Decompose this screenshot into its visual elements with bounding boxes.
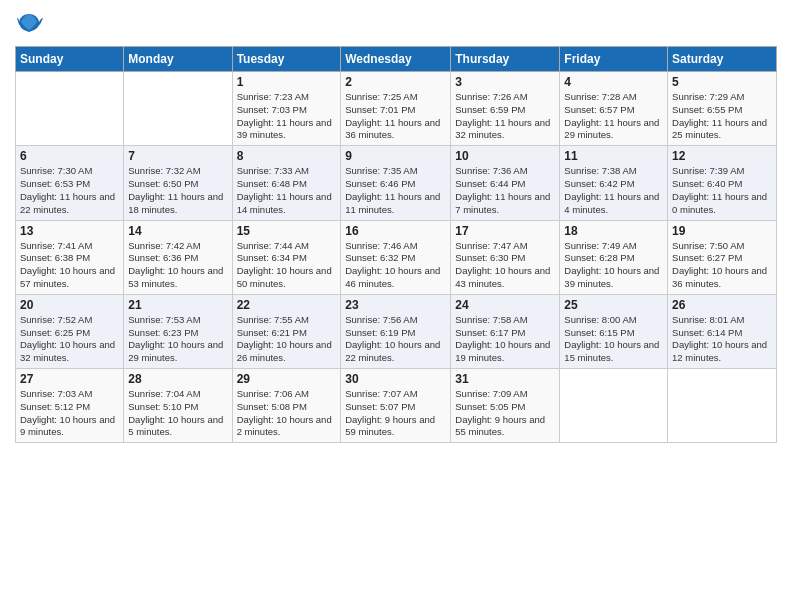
calendar-cell: 1Sunrise: 7:23 AM Sunset: 7:03 PM Daylig…: [232, 72, 341, 146]
day-number: 1: [237, 75, 337, 89]
calendar-cell: [16, 72, 124, 146]
calendar-cell: 20Sunrise: 7:52 AM Sunset: 6:25 PM Dayli…: [16, 294, 124, 368]
weekday-header: Friday: [560, 47, 668, 72]
calendar-cell: [560, 369, 668, 443]
day-detail: Sunrise: 7:44 AM Sunset: 6:34 PM Dayligh…: [237, 240, 337, 291]
calendar-cell: [668, 369, 777, 443]
day-detail: Sunrise: 7:52 AM Sunset: 6:25 PM Dayligh…: [20, 314, 119, 365]
calendar-body: 1Sunrise: 7:23 AM Sunset: 7:03 PM Daylig…: [16, 72, 777, 443]
day-detail: Sunrise: 7:47 AM Sunset: 6:30 PM Dayligh…: [455, 240, 555, 291]
day-number: 11: [564, 149, 663, 163]
calendar-cell: 23Sunrise: 7:56 AM Sunset: 6:19 PM Dayli…: [341, 294, 451, 368]
day-number: 14: [128, 224, 227, 238]
day-number: 12: [672, 149, 772, 163]
page: SundayMondayTuesdayWednesdayThursdayFrid…: [0, 0, 792, 612]
calendar-cell: 26Sunrise: 8:01 AM Sunset: 6:14 PM Dayli…: [668, 294, 777, 368]
calendar-cell: 27Sunrise: 7:03 AM Sunset: 5:12 PM Dayli…: [16, 369, 124, 443]
weekday-header: Saturday: [668, 47, 777, 72]
day-number: 18: [564, 224, 663, 238]
day-detail: Sunrise: 7:49 AM Sunset: 6:28 PM Dayligh…: [564, 240, 663, 291]
day-detail: Sunrise: 7:32 AM Sunset: 6:50 PM Dayligh…: [128, 165, 227, 216]
day-detail: Sunrise: 7:53 AM Sunset: 6:23 PM Dayligh…: [128, 314, 227, 365]
calendar-cell: 4Sunrise: 7:28 AM Sunset: 6:57 PM Daylig…: [560, 72, 668, 146]
calendar-cell: 22Sunrise: 7:55 AM Sunset: 6:21 PM Dayli…: [232, 294, 341, 368]
calendar-cell: 8Sunrise: 7:33 AM Sunset: 6:48 PM Daylig…: [232, 146, 341, 220]
calendar-cell: 25Sunrise: 8:00 AM Sunset: 6:15 PM Dayli…: [560, 294, 668, 368]
calendar-cell: 2Sunrise: 7:25 AM Sunset: 7:01 PM Daylig…: [341, 72, 451, 146]
logo: [15, 10, 45, 38]
day-detail: Sunrise: 7:42 AM Sunset: 6:36 PM Dayligh…: [128, 240, 227, 291]
calendar-header: SundayMondayTuesdayWednesdayThursdayFrid…: [16, 47, 777, 72]
day-number: 2: [345, 75, 446, 89]
day-detail: Sunrise: 7:41 AM Sunset: 6:38 PM Dayligh…: [20, 240, 119, 291]
calendar-week-row: 6Sunrise: 7:30 AM Sunset: 6:53 PM Daylig…: [16, 146, 777, 220]
day-number: 17: [455, 224, 555, 238]
day-detail: Sunrise: 7:38 AM Sunset: 6:42 PM Dayligh…: [564, 165, 663, 216]
day-detail: Sunrise: 7:26 AM Sunset: 6:59 PM Dayligh…: [455, 91, 555, 142]
day-number: 20: [20, 298, 119, 312]
day-detail: Sunrise: 7:33 AM Sunset: 6:48 PM Dayligh…: [237, 165, 337, 216]
day-detail: Sunrise: 7:35 AM Sunset: 6:46 PM Dayligh…: [345, 165, 446, 216]
day-detail: Sunrise: 7:06 AM Sunset: 5:08 PM Dayligh…: [237, 388, 337, 439]
day-detail: Sunrise: 8:00 AM Sunset: 6:15 PM Dayligh…: [564, 314, 663, 365]
weekday-header: Thursday: [451, 47, 560, 72]
day-detail: Sunrise: 7:25 AM Sunset: 7:01 PM Dayligh…: [345, 91, 446, 142]
day-number: 9: [345, 149, 446, 163]
day-number: 22: [237, 298, 337, 312]
day-number: 3: [455, 75, 555, 89]
calendar-week-row: 13Sunrise: 7:41 AM Sunset: 6:38 PM Dayli…: [16, 220, 777, 294]
calendar-week-row: 1Sunrise: 7:23 AM Sunset: 7:03 PM Daylig…: [16, 72, 777, 146]
day-number: 19: [672, 224, 772, 238]
day-number: 23: [345, 298, 446, 312]
calendar-table: SundayMondayTuesdayWednesdayThursdayFrid…: [15, 46, 777, 443]
day-number: 7: [128, 149, 227, 163]
calendar-week-row: 27Sunrise: 7:03 AM Sunset: 5:12 PM Dayli…: [16, 369, 777, 443]
day-detail: Sunrise: 7:29 AM Sunset: 6:55 PM Dayligh…: [672, 91, 772, 142]
day-number: 21: [128, 298, 227, 312]
day-number: 6: [20, 149, 119, 163]
weekday-row: SundayMondayTuesdayWednesdayThursdayFrid…: [16, 47, 777, 72]
calendar-cell: 3Sunrise: 7:26 AM Sunset: 6:59 PM Daylig…: [451, 72, 560, 146]
day-number: 15: [237, 224, 337, 238]
day-number: 13: [20, 224, 119, 238]
calendar-cell: 19Sunrise: 7:50 AM Sunset: 6:27 PM Dayli…: [668, 220, 777, 294]
day-detail: Sunrise: 7:04 AM Sunset: 5:10 PM Dayligh…: [128, 388, 227, 439]
day-number: 27: [20, 372, 119, 386]
calendar-cell: 13Sunrise: 7:41 AM Sunset: 6:38 PM Dayli…: [16, 220, 124, 294]
weekday-header: Monday: [124, 47, 232, 72]
day-number: 28: [128, 372, 227, 386]
calendar-cell: 21Sunrise: 7:53 AM Sunset: 6:23 PM Dayli…: [124, 294, 232, 368]
day-number: 10: [455, 149, 555, 163]
day-number: 29: [237, 372, 337, 386]
day-detail: Sunrise: 7:09 AM Sunset: 5:05 PM Dayligh…: [455, 388, 555, 439]
calendar-cell: [124, 72, 232, 146]
day-detail: Sunrise: 8:01 AM Sunset: 6:14 PM Dayligh…: [672, 314, 772, 365]
calendar-cell: 29Sunrise: 7:06 AM Sunset: 5:08 PM Dayli…: [232, 369, 341, 443]
day-detail: Sunrise: 7:58 AM Sunset: 6:17 PM Dayligh…: [455, 314, 555, 365]
day-number: 16: [345, 224, 446, 238]
logo-icon: [15, 10, 43, 38]
weekday-header: Tuesday: [232, 47, 341, 72]
day-number: 24: [455, 298, 555, 312]
calendar-cell: 18Sunrise: 7:49 AM Sunset: 6:28 PM Dayli…: [560, 220, 668, 294]
day-detail: Sunrise: 7:28 AM Sunset: 6:57 PM Dayligh…: [564, 91, 663, 142]
day-detail: Sunrise: 7:55 AM Sunset: 6:21 PM Dayligh…: [237, 314, 337, 365]
calendar-cell: 17Sunrise: 7:47 AM Sunset: 6:30 PM Dayli…: [451, 220, 560, 294]
calendar-week-row: 20Sunrise: 7:52 AM Sunset: 6:25 PM Dayli…: [16, 294, 777, 368]
day-detail: Sunrise: 7:39 AM Sunset: 6:40 PM Dayligh…: [672, 165, 772, 216]
day-detail: Sunrise: 7:03 AM Sunset: 5:12 PM Dayligh…: [20, 388, 119, 439]
day-detail: Sunrise: 7:46 AM Sunset: 6:32 PM Dayligh…: [345, 240, 446, 291]
calendar-cell: 10Sunrise: 7:36 AM Sunset: 6:44 PM Dayli…: [451, 146, 560, 220]
day-detail: Sunrise: 7:07 AM Sunset: 5:07 PM Dayligh…: [345, 388, 446, 439]
day-detail: Sunrise: 7:36 AM Sunset: 6:44 PM Dayligh…: [455, 165, 555, 216]
day-number: 8: [237, 149, 337, 163]
calendar-cell: 24Sunrise: 7:58 AM Sunset: 6:17 PM Dayli…: [451, 294, 560, 368]
weekday-header: Wednesday: [341, 47, 451, 72]
calendar-cell: 16Sunrise: 7:46 AM Sunset: 6:32 PM Dayli…: [341, 220, 451, 294]
day-number: 26: [672, 298, 772, 312]
calendar-cell: 30Sunrise: 7:07 AM Sunset: 5:07 PM Dayli…: [341, 369, 451, 443]
day-number: 25: [564, 298, 663, 312]
calendar-cell: 5Sunrise: 7:29 AM Sunset: 6:55 PM Daylig…: [668, 72, 777, 146]
day-detail: Sunrise: 7:23 AM Sunset: 7:03 PM Dayligh…: [237, 91, 337, 142]
calendar-cell: 12Sunrise: 7:39 AM Sunset: 6:40 PM Dayli…: [668, 146, 777, 220]
